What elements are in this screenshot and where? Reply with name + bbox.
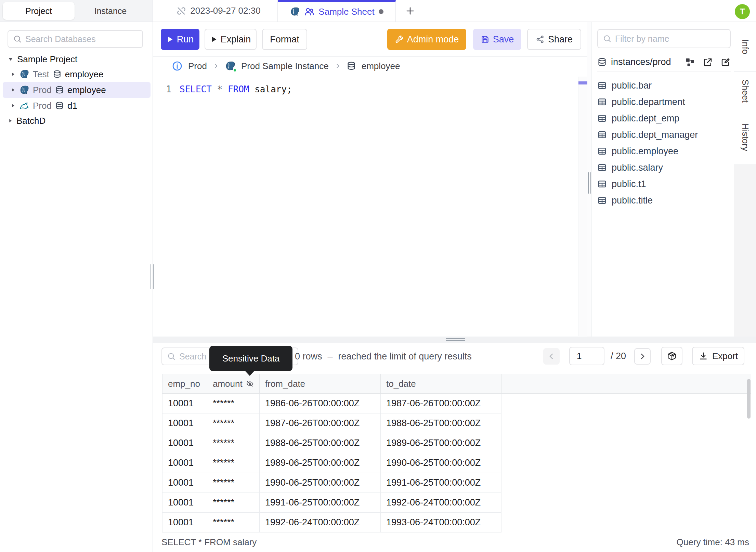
cell[interactable]: 10001: [162, 513, 207, 533]
chevron-left-icon: [547, 352, 556, 360]
table-icon: [597, 114, 607, 123]
sheet-tab-unsaved[interactable]: 2023-09-27 02:30: [160, 0, 278, 22]
left-sidebar: Project Instance Sample Project Test emp…: [0, 0, 153, 552]
editor-overview-ruler[interactable]: [578, 77, 587, 336]
sql-code-editor[interactable]: 1 SELECT * FROM salary;: [153, 75, 587, 337]
external-link-icon[interactable]: [703, 57, 713, 67]
database-icon: [597, 57, 607, 67]
cell[interactable]: 10001: [162, 453, 207, 473]
environment-label: Test: [33, 69, 49, 80]
tree-node-test-employee[interactable]: Test employee: [3, 66, 151, 82]
table-list-item[interactable]: public.dept_emp: [597, 110, 731, 127]
cell[interactable]: 10001: [162, 394, 207, 413]
sheet-tab-active[interactable]: Sample Sheet: [278, 0, 396, 22]
table-name: public.department: [612, 97, 685, 107]
cell[interactable]: 1990-06-25T00:00:00Z: [381, 453, 501, 473]
breadcrumb-environment[interactable]: Prod: [188, 61, 207, 71]
save-button[interactable]: Save: [473, 29, 521, 50]
admin-mode-button[interactable]: Admin mode: [387, 29, 466, 50]
cell[interactable]: ******: [207, 453, 260, 473]
user-avatar[interactable]: T: [735, 4, 750, 19]
cell[interactable]: ******: [207, 473, 260, 493]
table-list-item[interactable]: public.employee: [597, 143, 731, 159]
cell[interactable]: ******: [207, 513, 260, 533]
cell[interactable]: ******: [207, 394, 260, 413]
tab-history[interactable]: History: [734, 110, 756, 165]
cell[interactable]: 1991-06-25T00:00:00Z: [260, 493, 381, 513]
admin-mode-label: Admin mode: [407, 34, 459, 45]
cell[interactable]: ******: [207, 493, 260, 513]
new-sheet-button[interactable]: [399, 0, 421, 22]
tab-info[interactable]: Info: [734, 22, 756, 72]
right-tab-strip: Info Sheet History: [734, 22, 756, 337]
cell[interactable]: 1987-06-26T00:00:00Z: [260, 413, 381, 433]
tab-instance[interactable]: Instance: [75, 2, 146, 20]
database-icon: [347, 61, 356, 71]
result-view-mode-button[interactable]: [661, 347, 682, 365]
explain-button[interactable]: Explain: [205, 29, 257, 50]
database-icon: [55, 86, 64, 94]
tree-node-prod-d1[interactable]: Prod d1: [3, 98, 151, 114]
eye-off-icon[interactable]: [246, 380, 254, 388]
edit-icon[interactable]: [720, 57, 731, 67]
schema-info-panel: instances/prod public.bar public.departm…: [592, 22, 734, 337]
tab-sheet-label: Sheet: [740, 79, 751, 103]
table-list-item[interactable]: public.dept_manager: [597, 127, 731, 143]
cell[interactable]: 1987-06-26T00:00:00Z: [381, 394, 501, 413]
table-list-item[interactable]: public.department: [597, 94, 731, 110]
panel-divider: [587, 22, 592, 337]
info-icon[interactable]: [172, 61, 183, 71]
cell[interactable]: 10001: [162, 473, 207, 493]
search-databases-input[interactable]: [25, 34, 138, 44]
save-icon: [481, 35, 490, 44]
sheet-tab-label: 2023-09-27 02:30: [190, 5, 260, 16]
cell[interactable]: 1993-06-24T00:00:00Z: [381, 513, 501, 533]
format-button[interactable]: Format: [262, 29, 307, 50]
cell[interactable]: 1988-06-25T00:00:00Z: [381, 413, 501, 433]
cell[interactable]: 1992-06-24T00:00:00Z: [381, 493, 501, 513]
next-page-button[interactable]: [634, 348, 651, 365]
page-number-input[interactable]: [569, 347, 604, 365]
cell[interactable]: 10001: [162, 413, 207, 433]
cell-filler: [501, 493, 751, 513]
cell[interactable]: 1989-06-25T00:00:00Z: [381, 433, 501, 453]
caret-right-icon: [10, 71, 16, 77]
schema-diagram-icon[interactable]: [685, 57, 695, 67]
cell[interactable]: 10001: [162, 493, 207, 513]
table-list-item[interactable]: public.bar: [597, 77, 731, 94]
cell[interactable]: 1988-06-25T00:00:00Z: [260, 433, 381, 453]
cell[interactable]: ******: [207, 413, 260, 433]
page-total: / 20: [611, 347, 626, 365]
run-button[interactable]: Run: [161, 29, 199, 50]
cell[interactable]: ******: [207, 433, 260, 453]
tab-project[interactable]: Project: [3, 2, 75, 20]
table-list-item[interactable]: public.title: [597, 192, 731, 209]
cell[interactable]: 1992-06-24T00:00:00Z: [260, 513, 381, 533]
tab-info-label: Info: [740, 39, 751, 54]
breadcrumb-database[interactable]: employee: [362, 61, 400, 71]
table-list-item[interactable]: public.t1: [597, 176, 731, 192]
share-button[interactable]: Share: [527, 29, 581, 50]
cell[interactable]: 1989-06-25T00:00:00Z: [260, 453, 381, 473]
tree-node-sample-project[interactable]: Sample Project: [3, 52, 151, 66]
export-button[interactable]: Export: [692, 347, 744, 365]
cube-icon: [667, 351, 677, 361]
format-label: Format: [270, 34, 299, 45]
prev-page-button[interactable]: [543, 348, 560, 365]
tree-node-prod-employee[interactable]: Prod employee: [3, 82, 151, 98]
tab-sheet[interactable]: Sheet: [734, 72, 756, 110]
tree-node-batchd[interactable]: BatchD: [3, 114, 151, 128]
results-scrollbar-thumb[interactable]: [747, 379, 751, 419]
breadcrumb-instance[interactable]: Prod Sample Instance: [241, 61, 329, 71]
table-list: public.bar public.department public.dept…: [597, 77, 731, 209]
filter-by-name-input[interactable]: [615, 34, 725, 44]
panel-resize-handle[interactable]: [588, 172, 591, 194]
cell[interactable]: 10001: [162, 433, 207, 453]
share-icon: [536, 35, 545, 44]
results-resize-handle[interactable]: [446, 338, 465, 341]
cell[interactable]: 1991-06-25T00:00:00Z: [381, 473, 501, 493]
cell[interactable]: 1986-06-26T00:00:00Z: [260, 394, 381, 413]
sidebar-resize-handle[interactable]: [151, 264, 154, 289]
table-list-item[interactable]: public.salary: [597, 159, 731, 176]
cell[interactable]: 1990-06-25T00:00:00Z: [260, 473, 381, 493]
